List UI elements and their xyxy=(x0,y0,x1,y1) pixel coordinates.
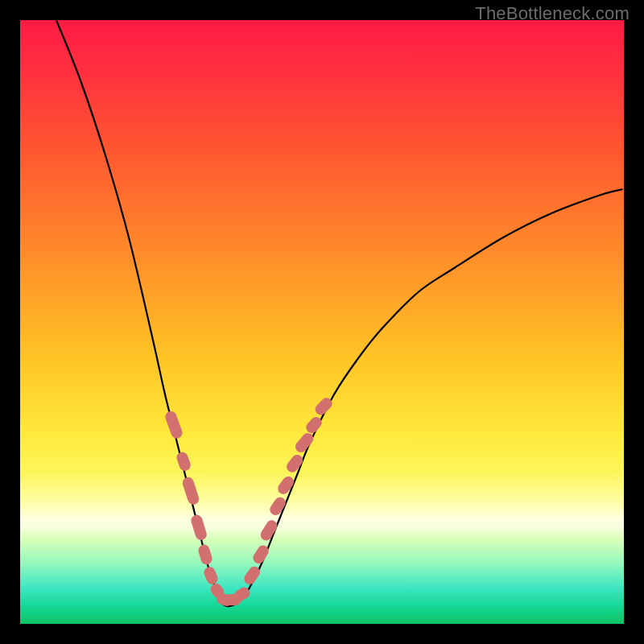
bead-segment xyxy=(190,514,208,541)
bead-segment xyxy=(164,409,184,440)
bead-segment xyxy=(181,476,200,506)
bead-overlay xyxy=(20,20,624,624)
chart-frame: TheBottleneck.com xyxy=(0,0,644,644)
bead-segment xyxy=(267,495,287,517)
bead-segment xyxy=(196,543,213,566)
bead-segment xyxy=(293,431,316,455)
bead-segment xyxy=(242,564,262,586)
bead-segment xyxy=(275,474,295,496)
plot-area xyxy=(20,20,624,624)
bead-segment xyxy=(258,518,279,543)
watermark-text: TheBottleneck.com xyxy=(475,3,630,24)
bead-segment xyxy=(312,396,333,418)
bead-segment xyxy=(284,453,305,475)
bead-segment xyxy=(175,450,192,472)
bead-segment xyxy=(250,543,270,565)
